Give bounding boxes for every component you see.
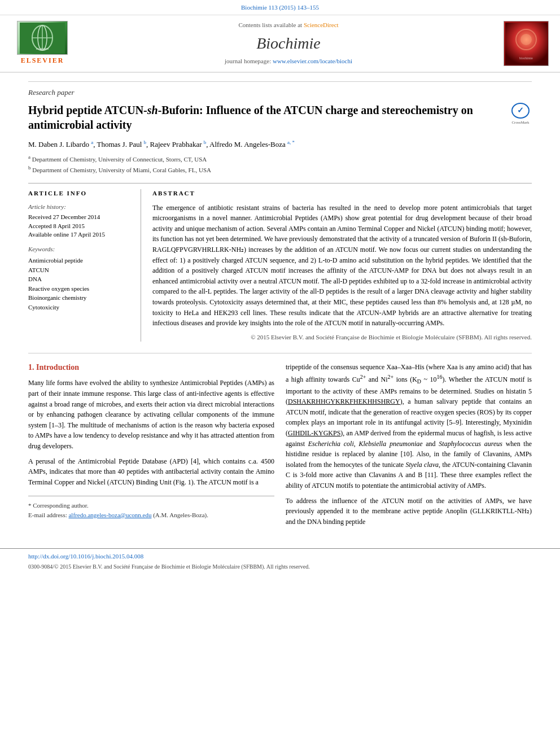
right-para-2: To address the influence of the ATCUN mo… <box>286 496 532 527</box>
email-note: E-mail address: alfredo.angeles-boza@uco… <box>28 510 274 520</box>
elsevier-logo-area: ELSEVIER ELSEVIER <box>11 21 73 65</box>
crossmark-label: CrossMark <box>511 120 529 125</box>
email-link[interactable]: alfredo.angeles-boza@uconn.edu <box>68 512 151 518</box>
svg-point-8 <box>520 34 532 45</box>
elsevier-brand-text: ELSEVIER <box>21 56 64 65</box>
received-date: Received 27 December 2014 <box>28 213 132 222</box>
article-history-block: Article history: Received 27 December 20… <box>28 203 132 240</box>
corresponding-note: * Corresponding author. <box>28 501 274 510</box>
journal-cover-image: biochimie <box>504 21 549 66</box>
main-content: Research paper Hybrid peptide ATCUN-sh-B… <box>0 73 560 543</box>
intro-para-1: Many life forms have evolved the ability… <box>28 378 274 451</box>
body-content: 1. Introduction Many life forms have evo… <box>28 362 532 531</box>
keyword-3: DNA <box>28 274 132 284</box>
keywords-block: Keywords: Antimicrobial peptide ATCUN DN… <box>28 245 132 312</box>
crossmark-circle: ✓ <box>511 103 530 119</box>
svg-text:ELSEVIER: ELSEVIER <box>36 47 49 50</box>
journal-title: Biochimie <box>85 32 492 55</box>
corresponding-text: * Corresponding author. <box>28 502 89 509</box>
article-title: Hybrid peptide ATCUN-sh-Buforin: Influen… <box>28 103 504 132</box>
keyword-4: Reactive oxygen species <box>28 284 132 294</box>
science-direct-link[interactable]: ScienceDirect <box>304 21 339 28</box>
intro-heading: 1. Introduction <box>28 362 274 373</box>
keyword-2: ATCUN <box>28 265 132 275</box>
section-divider <box>28 353 532 353</box>
journal-issue-text: Biochimie 113 (2015) 143–155 <box>241 4 319 11</box>
keyword-1: Antimicrobial peptide <box>28 256 132 265</box>
doi-link[interactable]: http://dx.doi.org/10.1016/j.biochi.2015.… <box>28 552 310 561</box>
contents-text: Contents lists available at <box>238 21 302 28</box>
paper-type-label: Research paper <box>28 81 532 98</box>
title-area: Hybrid peptide ATCUN-sh-Buforin: Influen… <box>28 103 532 132</box>
abstract-header: ABSTRACT <box>152 189 532 198</box>
crossmark-badge[interactable]: ✓ CrossMark <box>509 103 532 125</box>
available-date: Available online 17 April 2015 <box>28 230 132 239</box>
homepage-link[interactable]: www.elsevier.com/locate/biochi <box>273 58 352 64</box>
journal-header: ELSEVIER ELSEVIER Contents lists availab… <box>0 15 560 73</box>
svg-text:biochimie: biochimie <box>519 56 533 60</box>
keyword-6: Cytotoxicity <box>28 303 132 312</box>
article-info-col: ARTICLE INFO Article history: Received 2… <box>28 189 141 342</box>
abstract-paragraph: The emergence of antibiotic resistant st… <box>152 203 532 329</box>
abstract-col: ABSTRACT The emergence of antibiotic res… <box>152 189 532 342</box>
email-suffix: (A.M. Angeles-Boza). <box>153 512 208 518</box>
accepted-date: Accepted 8 April 2015 <box>28 222 132 231</box>
keyword-5: Bioinorganic chemistry <box>28 293 132 303</box>
body-left-col: 1. Introduction Many life forms have evo… <box>28 362 274 531</box>
footer-left: http://dx.doi.org/10.1016/j.biochi.2015.… <box>28 552 310 571</box>
affiliation-b: b Department of Chemistry, University of… <box>28 164 532 174</box>
elsevier-image: ELSEVIER <box>17 21 68 55</box>
journal-issue-bar: Biochimie 113 (2015) 143–155 <box>0 0 560 15</box>
page-footer: http://dx.doi.org/10.1016/j.biochi.2015.… <box>0 548 560 574</box>
right-para-1: tripeptide of the consensus sequence Xaa… <box>286 362 532 491</box>
affiliation-a: a Department of Chemistry, University of… <box>28 154 532 164</box>
contents-available-line: Contents lists available at ScienceDirec… <box>85 21 492 30</box>
history-label: Article history: <box>28 203 132 212</box>
info-abstract-section: ARTICLE INFO Article history: Received 2… <box>28 183 532 342</box>
keywords-label: Keywords: <box>28 245 132 254</box>
authors-line: M. Daben J. Libardo a, Thomas J. Paul b,… <box>28 139 532 150</box>
abstract-text: The emergence of antibiotic resistant st… <box>152 203 532 329</box>
article-info-header: ARTICLE INFO <box>28 189 132 198</box>
email-label: E-mail address: <box>28 512 67 518</box>
homepage-label: journal homepage: <box>225 58 271 64</box>
intro-para-2: A perusal of the Antimicrobial Peptide D… <box>28 456 274 488</box>
copyright-line: © 2015 Elsevier B.V. and Société Françai… <box>152 333 532 342</box>
footer-copyright: 0300-9084/© 2015 Elsevier B.V. and Socié… <box>28 563 310 571</box>
affiliations-block: a Department of Chemistry, University of… <box>28 154 532 174</box>
footnote-area: * Corresponding author. E-mail address: … <box>28 496 274 519</box>
journal-center-info: Contents lists available at ScienceDirec… <box>73 21 504 66</box>
body-right-col: tripeptide of the consensus sequence Xaa… <box>286 362 532 531</box>
journal-homepage-line: journal homepage: www.elsevier.com/locat… <box>85 57 492 66</box>
